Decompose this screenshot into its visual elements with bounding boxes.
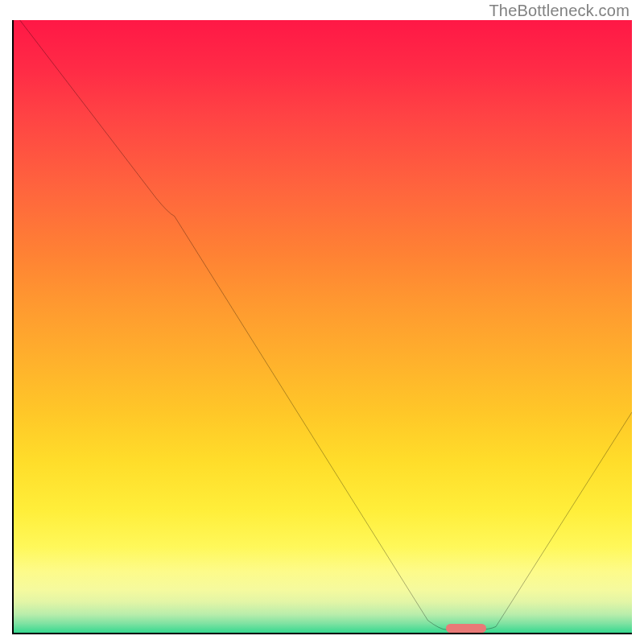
optimum-marker xyxy=(446,624,486,633)
chart-container: TheBottleneck.com xyxy=(0,0,644,644)
bottleneck-curve xyxy=(20,20,632,630)
watermark-text: TheBottleneck.com xyxy=(489,2,630,20)
plot-area xyxy=(12,20,632,634)
curve-svg xyxy=(14,20,632,633)
